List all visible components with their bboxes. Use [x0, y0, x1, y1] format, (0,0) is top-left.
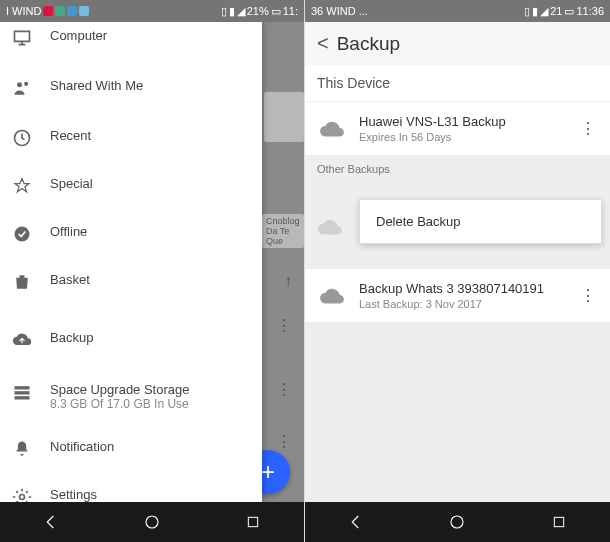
bg-strip: Cnoblog Da Te Que ↑ ⋮ ⋮ ⋮ + [262, 22, 304, 502]
nav-recent[interactable] [242, 511, 264, 533]
bell-icon [12, 439, 50, 459]
more-button[interactable]: ⋮ [572, 286, 604, 305]
drawer-label: Computer [50, 28, 250, 43]
drawer-item-storage[interactable]: Space Upgrade Storage 8.3 GB Of 17.0 GB … [0, 364, 262, 421]
battery-label: 21% [247, 5, 269, 17]
nav-back[interactable] [40, 511, 62, 533]
drawer-label: Backup [50, 330, 250, 345]
drawer-item-offline[interactable]: Offline [0, 210, 262, 258]
svg-rect-6 [15, 396, 30, 399]
time-label: 11: [283, 5, 298, 17]
drawer-label: Shared With Me [50, 78, 250, 93]
drawer-label: Notification [50, 439, 250, 454]
bg-card-doc [264, 92, 304, 142]
svg-rect-5 [15, 391, 30, 394]
backup-title: Huawei VNS-L31 Backup [359, 114, 560, 129]
status-bar-right: 36 WIND ... ▯ ▮ ◢ 21 ▭ 11:36 [305, 0, 610, 22]
more-button[interactable]: ⋮ [572, 119, 604, 138]
bg-card-cnoblog: Cnoblog Da Te Que [262, 214, 304, 248]
svg-point-7 [20, 495, 25, 500]
vibrate-icon: ▯ [221, 5, 227, 18]
signal-icon: ▮ [532, 5, 538, 18]
svg-rect-4 [15, 386, 30, 389]
delete-backup-menu-item[interactable]: Delete Backup [359, 199, 602, 244]
svg-point-12 [451, 516, 463, 528]
drawer-item-special[interactable]: Special [0, 162, 262, 210]
status-app-icons [43, 6, 89, 16]
page-header: < Backup [305, 22, 610, 65]
vibrate-icon: ▯ [524, 5, 530, 18]
nav-home[interactable] [446, 511, 468, 533]
check-circle-icon [12, 224, 50, 244]
phone-right: 36 WIND ... ▯ ▮ ◢ 21 ▭ 11:36 < Backup Th… [305, 0, 610, 542]
drawer-label: Special [50, 176, 250, 191]
monitor-icon [12, 28, 50, 48]
status-bar-left: I WIND ▯ ▮ ◢ 21% ▭ 11: [0, 0, 304, 22]
drawer-item-settings[interactable]: Settings [0, 473, 262, 502]
bg-more-2[interactable]: ⋮ [276, 380, 292, 399]
trash-icon [12, 272, 50, 292]
wifi-icon: ◢ [540, 5, 548, 18]
bg-upload-icon: ↑ [284, 272, 292, 290]
drawer-item-basket[interactable]: Basket [0, 258, 262, 306]
cloud-upload-icon [12, 330, 50, 350]
popup-label: Delete Backup [376, 214, 461, 229]
back-button[interactable]: < [317, 32, 329, 55]
drawer-label: Offline [50, 224, 250, 239]
svg-point-0 [17, 82, 22, 87]
bg-more-1[interactable]: ⋮ [276, 316, 292, 335]
cloud-icon [317, 286, 347, 306]
drawer-item-shared[interactable]: Shared With Me [0, 62, 262, 112]
svg-rect-11 [249, 517, 258, 526]
drawer-item-computer[interactable]: Computer [0, 22, 262, 62]
nav-home[interactable] [141, 511, 163, 533]
backup-sub: Expires In 56 Days [359, 131, 560, 143]
clock-icon [12, 128, 50, 148]
drawer-label: Space Upgrade Storage [50, 382, 250, 397]
carrier-label: 36 WIND ... [311, 5, 368, 17]
star-icon [12, 176, 50, 196]
right-content: < Backup This Device Huawei VNS-L31 Back… [305, 22, 610, 502]
empty-area [305, 322, 610, 502]
nav-drawer: Computer Shared With Me Recent Special [0, 22, 262, 502]
nav-bar-right [305, 502, 610, 542]
time-label: 11:36 [576, 5, 604, 17]
cloud-icon [317, 217, 343, 241]
carrier-label: I WIND [6, 5, 41, 17]
svg-rect-13 [554, 517, 563, 526]
popup-area: Delete Backup [305, 183, 610, 269]
signal-icon: ▮ [229, 5, 235, 18]
drawer-label: Recent [50, 128, 250, 143]
nav-bar-left [0, 502, 304, 542]
people-icon [12, 78, 50, 98]
nav-recent[interactable] [548, 511, 570, 533]
fab-add[interactable]: + [262, 450, 290, 494]
battery-icon: ▭ [564, 5, 574, 18]
phone-left: I WIND ▯ ▮ ◢ 21% ▭ 11: ® Kir ® Gu 2 Cnob… [0, 0, 305, 542]
nav-back[interactable] [345, 511, 367, 533]
storage-icon [12, 382, 50, 402]
drawer-item-notification[interactable]: Notification [0, 421, 262, 473]
svg-point-10 [146, 516, 158, 528]
drawer-label: Basket [50, 272, 250, 287]
bg-more-3[interactable]: ⋮ [276, 432, 292, 451]
backup-sub: Last Backup: 3 Nov 2017 [359, 298, 560, 310]
wifi-icon: ◢ [237, 5, 245, 18]
svg-point-3 [15, 227, 30, 242]
drawer-item-recent[interactable]: Recent [0, 112, 262, 162]
svg-point-1 [24, 82, 28, 86]
section-this-device: This Device [305, 65, 610, 102]
other-backup-row[interactable]: Backup Whats 3 393807140191 Last Backup:… [305, 269, 610, 322]
drawer-label: Settings [50, 487, 250, 502]
section-other-backups: Other Backups [305, 155, 610, 183]
battery-label: 21 [550, 5, 562, 17]
device-backup-row[interactable]: Huawei VNS-L31 Backup Expires In 56 Days… [305, 102, 610, 155]
storage-sub: 8.3 GB Of 17.0 GB In Use [50, 397, 250, 411]
left-content: ® Kir ® Gu 2 Cnoblog Da Te Que ↑ ⋮ ⋮ ⋮ +… [0, 22, 304, 502]
drawer-item-backup[interactable]: Backup [0, 306, 262, 364]
page-title: Backup [337, 33, 400, 55]
gear-icon [12, 487, 50, 502]
battery-icon: ▭ [271, 5, 281, 18]
cloud-icon [317, 119, 347, 139]
backup-title: Backup Whats 3 393807140191 [359, 281, 560, 296]
